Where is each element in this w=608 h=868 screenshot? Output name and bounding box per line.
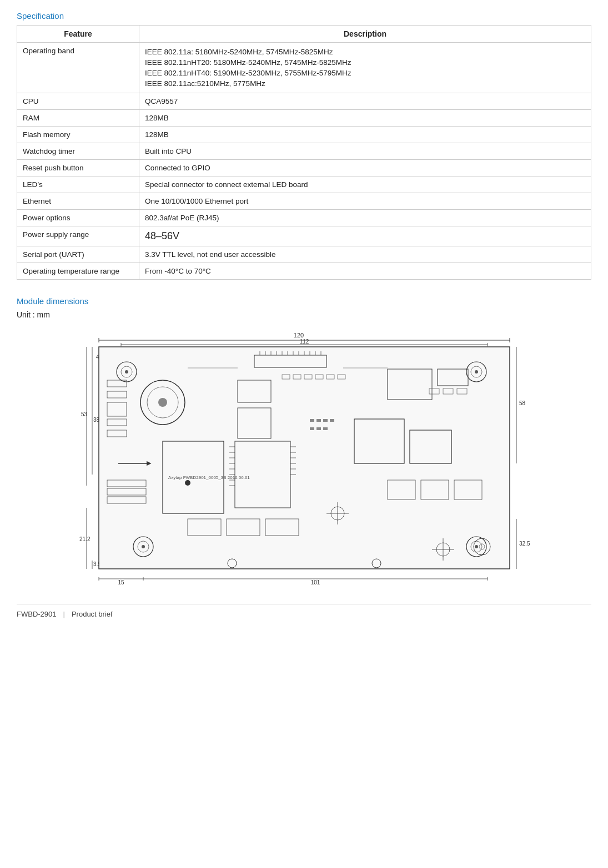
description-cell: From -40°C to 70°C	[139, 263, 591, 280]
svg-point-91	[185, 480, 190, 486]
module-title: Module dimensions	[17, 296, 591, 306]
feature-cell: Serial port (UART)	[17, 246, 139, 263]
footer-label: Product brief	[72, 610, 113, 618]
table-row: Operating bandIEEE 802.11a: 5180MHz-5240…	[17, 43, 591, 93]
table-row: Watchdog timerBuilt into CPU	[17, 143, 591, 160]
svg-point-36	[475, 370, 478, 374]
feature-cell: Operating band	[17, 43, 139, 93]
svg-point-39	[475, 545, 478, 548]
svg-text:Axytap FWBD2901_0005_3B  2016.: Axytap FWBD2901_0005_3B 2016.06.61	[168, 475, 250, 480]
footer-product: FWBD-2901	[17, 610, 57, 618]
description-cell: 128MB	[139, 110, 591, 127]
feature-cell: Flash memory	[17, 127, 139, 143]
table-row: Flash memory128MB	[17, 127, 591, 143]
unit-label: Unit : mm	[17, 310, 591, 319]
svg-point-65	[158, 398, 167, 407]
svg-text:4: 4	[96, 354, 99, 360]
footer: FWBD-2901 | Product brief	[17, 604, 591, 618]
feature-cell: Power options	[17, 210, 139, 226]
feature-cell: RAM	[17, 110, 139, 127]
table-row: LED’sSpecial connector to connect extern…	[17, 176, 591, 193]
feature-cell: LED’s	[17, 176, 139, 193]
pcb-diagram: 120 112 4 53 38 21.2 3.5	[77, 330, 532, 587]
feature-cell: CPU	[17, 93, 139, 110]
table-row: Power supply range48–56V	[17, 226, 591, 246]
svg-rect-113	[316, 419, 321, 422]
col-feature: Feature	[17, 26, 139, 43]
svg-text:101: 101	[310, 579, 320, 586]
table-row: Serial port (UART)3.3V TTL level, not en…	[17, 246, 591, 263]
feature-cell: Power supply range	[17, 226, 139, 246]
description-cell: 128MB	[139, 127, 591, 143]
table-row: Operating temperature rangeFrom -40°C to…	[17, 263, 591, 280]
table-row: EthernetOne 10/100/1000 Ethernet port	[17, 193, 591, 210]
svg-text:32.5: 32.5	[519, 541, 530, 547]
description-cell: 802.3af/at PoE (RJ45)	[139, 210, 591, 226]
feature-cell: Operating temperature range	[17, 263, 139, 280]
svg-text:15: 15	[118, 579, 124, 586]
description-cell: Connected to GPIO	[139, 160, 591, 176]
table-row: RAM128MB	[17, 110, 591, 127]
col-description: Description	[139, 26, 591, 43]
table-row: Reset push buttonConnected to GPIO	[17, 160, 591, 176]
table-row: CPUQCA9557	[17, 93, 591, 110]
feature-cell: Ethernet	[17, 193, 139, 210]
feature-cell: Reset push button	[17, 160, 139, 176]
svg-text:112: 112	[299, 339, 309, 345]
svg-point-33	[125, 370, 128, 374]
description-cell: IEEE 802.11a: 5180MHz-5240MHz, 5745MHz-5…	[139, 43, 591, 93]
description-cell: QCA9557	[139, 93, 591, 110]
svg-text:38: 38	[93, 417, 100, 423]
description-cell: Built into CPU	[139, 143, 591, 160]
pcb-svg: 120 112 4 53 38 21.2 3.5	[77, 330, 532, 586]
svg-rect-117	[316, 427, 321, 430]
svg-rect-116	[310, 427, 314, 430]
svg-point-42	[142, 545, 145, 548]
spec-title: Specification	[17, 11, 591, 21]
svg-text:21.2: 21.2	[79, 536, 91, 542]
description-cell: One 10/100/1000 Ethernet port	[139, 193, 591, 210]
description-cell: 48–56V	[139, 226, 591, 246]
description-cell: 3.3V TTL level, not end user accessible	[139, 246, 591, 263]
svg-rect-115	[330, 419, 334, 422]
svg-text:53: 53	[81, 411, 88, 417]
spec-table: Feature Description Operating bandIEEE 8…	[17, 25, 591, 280]
description-cell: Special connector to connect external LE…	[139, 176, 591, 193]
svg-rect-114	[323, 419, 328, 422]
svg-text:120: 120	[293, 332, 303, 339]
svg-text:58: 58	[519, 400, 526, 406]
svg-rect-118	[323, 427, 328, 430]
feature-cell: Watchdog timer	[17, 143, 139, 160]
svg-rect-112	[310, 419, 314, 422]
table-row: Power options802.3af/at PoE (RJ45)	[17, 210, 591, 226]
module-section: Module dimensions Unit : mm 120 112 4	[17, 296, 591, 587]
